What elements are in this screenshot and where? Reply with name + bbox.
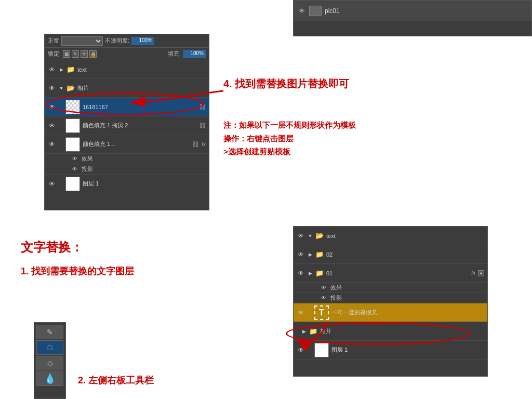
lock-icons: ▦ ✎ ✛ 🔒 [63,50,97,58]
br-thumb-1 [314,343,329,357]
br-expand-text[interactable]: ▼ [308,233,313,238]
eye-icon-img[interactable]: 👁 [48,103,56,111]
br-layer-name-photo: 相片 [320,327,484,335]
layer-row-1[interactable]: 👁 图层 1 [45,175,209,193]
br-expand-02[interactable]: ▶ [308,252,313,257]
blend-mode-select[interactable] [61,36,103,46]
br-eye-01[interactable]: 👁 [297,269,305,277]
tool-rect[interactable]: □ [36,340,63,355]
top-right-panel: 👁 pic01 [293,0,532,36]
lock-icon-1[interactable]: ▦ [63,50,70,58]
br-eye-shadow[interactable]: 👁 [320,294,328,302]
tool-fill[interactable]: 💧 [36,371,63,386]
lock-icon-3[interactable]: ✛ [81,50,88,58]
br-sub-effect: 👁 效果 [294,283,487,293]
wenzi-title: 文字替换： [21,240,83,254]
chain-icon-img: ⛓ [200,103,206,111]
br-eye-text[interactable]: 👁 [297,232,305,240]
br-layer-row-1[interactable]: 👁 图层 1 [294,341,487,360]
br-expand-01[interactable]: ▶ [308,271,313,276]
eye-icon-fill1[interactable]: 👁 [48,140,56,149]
tool-shape[interactable]: ◇ [36,356,63,370]
layer-row-fill1[interactable]: 👁 颜色填充 1... ⛓ fx [45,135,209,154]
annotation-4-content: 4. 找到需替换图片替换即可 [223,78,349,89]
bottom-right-panel: 👁 ▼ 📂 text 👁 ▶ 📁 02 👁 ▶ 📁 01 fx ▲ 👁 效果 👁… [293,226,488,377]
layer-row-photo[interactable]: 👁 ▼ 📂 相片 [45,79,209,98]
lock-icon-2[interactable]: ✎ [72,50,79,58]
layer-row-fill2[interactable]: 👁 颜色填充 1 拷贝 2 ⛓ [45,116,209,135]
br-sub-shadow: 👁 投影 [294,293,487,303]
br-eye-t[interactable]: 👁 [297,309,305,317]
note-line1: 注：如果以下一层不规则形状作为模板 [223,118,356,132]
br-layer-row-text[interactable]: 👁 ▼ 📂 text [294,227,487,245]
br-eye-effect[interactable]: 👁 [320,284,328,292]
br-shadow-label: 投影 [330,294,342,302]
eye-icon-effect[interactable]: 👁 [71,155,79,163]
white-thumb [66,119,79,132]
chain-icon-fill2: ⛓ [200,122,206,129]
br-effect-label: 效果 [330,284,342,291]
annotation-4-text: 4. 找到需替换图片替换即可 [223,77,349,91]
br-layer-row-01[interactable]: 👁 ▶ 📁 01 fx ▲ [294,264,487,283]
br-layer-name-01: 01 [326,270,469,276]
note-line2: 操作：右键点击图层 [223,132,356,145]
layer-name-img: 16181167 [83,104,197,110]
tool-pen[interactable]: ✎ [36,325,63,339]
layer-row-text[interactable]: 👁 ▶ 📁 text [45,60,209,79]
expand-text[interactable]: ▶ [59,67,64,72]
eye-icon-photo[interactable]: 👁 [48,84,56,92]
left-ps-panel: 正常 不透明度: 100% 锁定: ▦ ✎ ✛ 🔒 填充: 100% 👁 ▶ 📁… [44,34,209,210]
folder-icon-photo: 📂 [66,84,75,92]
br-folder-01: 📁 [315,269,324,277]
sub-effect-row: 👁 效果 [45,154,209,164]
effect-label: 效果 [82,155,93,163]
eye-icon[interactable]: 👁 [298,7,306,15]
br-expand-photo[interactable]: ▶ [301,329,307,334]
opacity-label: 不透明度: [105,37,129,45]
text-layer-icon: T [319,308,324,317]
fill-value[interactable]: 100% [183,50,206,58]
br-layer-name-text: text [326,233,484,239]
chain-icon-fill1: ⛓ [193,141,199,148]
layer-row-img[interactable]: 👁 16181167 ⛓ [45,98,209,116]
layer-thumb-small [309,6,322,16]
br-layer-row-02[interactable]: 👁 ▶ 📁 02 [294,245,487,264]
checker-pattern [66,100,79,114]
eye-icon-shadow[interactable]: 👁 [71,165,79,174]
top-layer-name: pic01 [325,7,340,15]
layer-name-photo: 相片 [77,84,206,92]
toolbox: ✎ □ ◇ 💧 [34,322,66,399]
br-white-thumb [315,343,328,357]
step1-content: 1. 找到需要替换的文字图层 [21,266,134,276]
eye-icon-layer1[interactable]: 👁 [48,180,56,188]
fill-label: 填充: [168,50,181,58]
shadow-label: 投影 [82,165,93,173]
layer-name-1: 图层 1 [83,180,206,188]
layer-name-fill2: 颜色填充 1 拷贝 2 [83,122,197,129]
blend-mode-label: 正常 [48,37,59,45]
eye-icon-fill2[interactable]: 👁 [48,122,56,130]
br-eye-1[interactable]: 👁 [297,346,305,354]
annotation-note: 注：如果以下一层不规则形状作为模板 操作：右键点击图层 >选择创建剪贴模板 [223,118,356,158]
br-folder-photo: 📁 [309,327,317,335]
layer-thumb-1 [65,177,80,191]
br-eye-02[interactable]: 👁 [297,250,305,259]
fx-icon-fill1: fx [202,141,206,147]
br-thumb-t: T [314,305,329,320]
note-line3: >选择创建剪贴模板 [223,145,356,158]
expand-photo[interactable]: ▼ [59,86,64,91]
step1-text: 1. 找到需要替换的文字图层 [21,265,134,277]
fill-row: 锁定: ▦ ✎ ✛ 🔒 填充: 100% [45,48,209,60]
scroll-indicator[interactable]: ▲ [478,270,484,276]
br-layer-name-1: 图层 1 [331,346,484,354]
layer-name-text: text [77,66,206,73]
br-layer-name-t: 一年一度的暑假又... [331,309,484,316]
bottom-annotation-text: 2. 左侧右板工具栏 [78,374,154,387]
br-layer-row-t[interactable]: 👁 T 一年一度的暑假又... [294,303,487,322]
lock-icon-4[interactable]: 🔒 [89,50,97,58]
layer-thumb-fill2 [65,118,80,133]
eye-icon-text[interactable]: 👁 [48,65,56,74]
br-fx-01: fx [471,270,475,276]
opacity-value[interactable]: 100% [131,37,154,45]
br-layer-row-photo[interactable]: ▶ 📁 相片 [294,322,487,341]
